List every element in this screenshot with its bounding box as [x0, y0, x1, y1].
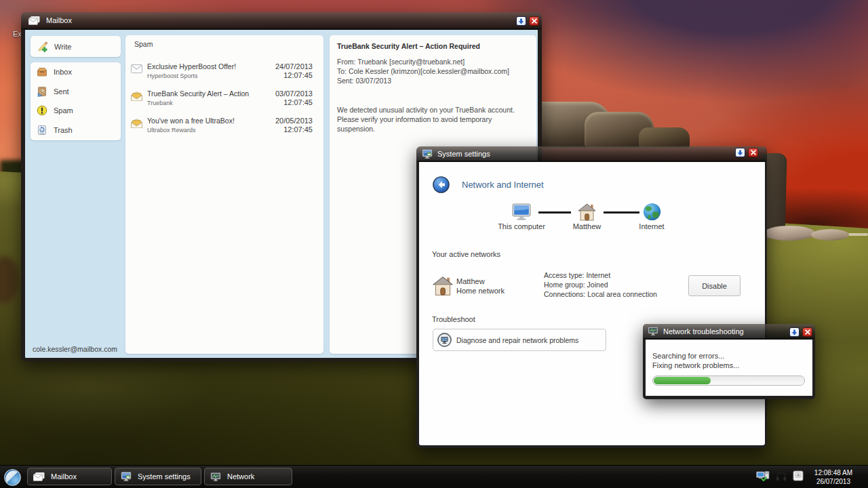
svg-text:A: A — [797, 473, 800, 477]
